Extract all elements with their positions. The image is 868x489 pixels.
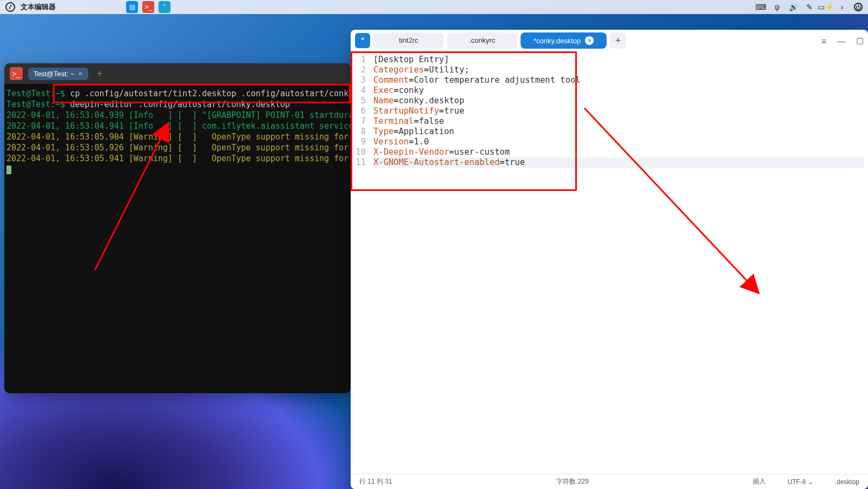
hamburger-menu-icon[interactable]: ≡ [821,36,826,45]
editor-tab[interactable]: *conky.desktop✕ [521,32,607,49]
editor-statusbar: 行 11 列 31 字符数 229 插入 UTF-8 ⌄ .desktop [351,474,868,489]
volume-icon[interactable]: 🔊 [789,3,798,11]
status-encoding[interactable]: UTF-8 ⌄ [787,478,813,486]
status-cursor-pos: 行 11 列 31 [359,477,392,486]
close-icon[interactable]: ✕ [78,70,83,77]
editor-new-tab-button[interactable]: + [610,32,626,49]
terminal-new-tab-button[interactable]: + [94,68,106,80]
terminal-output[interactable]: Test@Test:~$ cp .config/autostart/tint2.… [4,84,351,179]
battery-icon[interactable]: ▭⚡ [821,3,830,11]
terminal-window: >_ Test@Test: ~ ✕ + Test@Test:~$ cp .con… [4,63,351,393]
status-char-count: 字符数 229 [556,477,588,486]
terminal-tabbar: >_ Test@Test: ~ ✕ + [4,63,351,84]
editor-gutter: 1234567891011 [351,51,369,474]
terminal-tab-title: Test@Test: ~ [34,70,75,78]
maximize-button[interactable]: ▢ [856,36,864,45]
status-filetype[interactable]: .desktop [835,478,859,486]
active-app-name: 文本编辑器 [21,2,56,12]
brush-icon[interactable]: ✎ [805,3,814,11]
taskbar-icon-editor[interactable]: " [159,1,170,13]
editor-code-area[interactable]: [Desktop Entry]Categories=Utility;Commen… [369,51,868,474]
terminal-tab[interactable]: Test@Test: ~ ✕ [28,68,88,80]
minimize-button[interactable]: — [837,36,845,45]
system-menubar: 文本编辑器 ▤ >_ " ⌨ ψ 🔊 ✎ ▭⚡ › ⏻ [0,0,868,14]
terminal-app-icon: >_ [10,67,23,80]
chevron-right-icon[interactable]: › [838,3,846,11]
editor-body[interactable]: 1234567891011 [Desktop Entry]Categories=… [351,51,868,474]
editor-window: " tint2rc.conkyrc*conky.desktop✕ + ≡ — ▢… [351,30,868,489]
editor-app-icon: " [355,33,370,48]
editor-tab[interactable]: .conkyrc [447,32,517,49]
power-icon[interactable]: ⏻ [854,3,863,11]
editor-tab[interactable]: tint2rc [373,32,444,49]
usb-icon[interactable]: ψ [773,3,781,11]
status-insert-mode[interactable]: 插入 [753,477,766,486]
editor-tab-label: *conky.desktop [534,37,581,45]
taskbar-icon-filemanager[interactable]: ▤ [126,1,138,13]
deepin-logo-icon[interactable] [5,2,15,12]
taskbar-icon-terminal[interactable]: >_ [142,1,154,13]
keyboard-icon[interactable]: ⌨ [757,3,765,11]
editor-tabbar: " tint2rc.conkyrc*conky.desktop✕ + ≡ — ▢ [351,30,868,51]
close-icon[interactable]: ✕ [585,36,594,45]
